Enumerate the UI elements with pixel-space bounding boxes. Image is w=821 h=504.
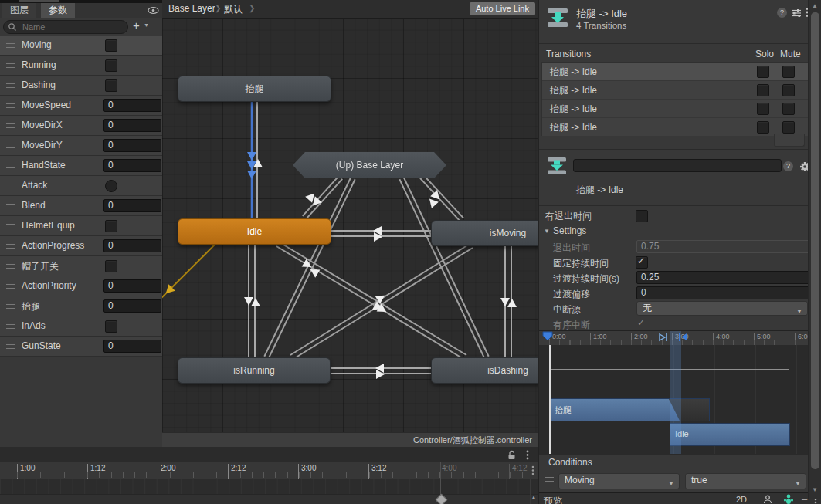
parameter-value-field[interactable]: 0 — [103, 299, 161, 313]
drag-handle-icon[interactable] — [6, 103, 15, 108]
transition-end-marker[interactable] — [678, 332, 689, 342]
parameter-row-actionprogress[interactable]: ActionProgress 0 — [0, 236, 162, 256]
drag-handle-icon[interactable] — [6, 164, 15, 168]
parameter-value-field[interactable]: 0 — [103, 340, 161, 353]
help-icon[interactable]: ? — [783, 161, 793, 171]
state-node-up-base-layer[interactable]: (Up) Base Layer — [293, 152, 446, 178]
drag-handle-icon[interactable] — [6, 43, 15, 48]
minimize-icon[interactable]: – — [802, 493, 807, 504]
timeline-menu-kebab-icon[interactable] — [526, 450, 529, 460]
parameter-checkbox[interactable] — [105, 79, 117, 92]
search-input[interactable] — [3, 20, 128, 34]
parameter-row-movespeed[interactable]: MoveSpeed 0 — [0, 96, 162, 116]
dopesheet-area[interactable]: ▲ — [0, 479, 538, 504]
state-node-ismoving[interactable]: isMoving — [431, 220, 538, 246]
parameter-value-field[interactable]: 0 — [103, 99, 161, 112]
drag-handle-icon[interactable] — [6, 304, 15, 309]
parameter-value-field[interactable]: 0 — [103, 139, 161, 152]
scroll-up-icon[interactable]: ▲ — [812, 2, 818, 9]
eye-icon[interactable] — [148, 6, 159, 15]
drag-handle-icon[interactable] — [6, 144, 15, 148]
source-state-bar[interactable]: 抬腿 — [549, 398, 710, 421]
remove-transition-button[interactable]: – — [774, 134, 805, 147]
scroll-up-icon[interactable]: ▲ — [531, 494, 537, 501]
add-parameter-dropdown-icon[interactable]: ▼ — [144, 22, 149, 28]
has-exit-time-checkbox[interactable] — [636, 210, 648, 222]
parameter-row-running[interactable]: Running — [0, 56, 162, 76]
search-field[interactable] — [21, 21, 124, 33]
transition-row[interactable]: 抬腿 -> Idle — [542, 63, 809, 81]
parameter-row-dashing[interactable]: Dashing — [0, 76, 162, 96]
parameter-checkbox[interactable] — [105, 220, 117, 232]
playhead-line[interactable] — [549, 345, 551, 454]
parameter-row-blend[interactable]: Blend 0 — [0, 196, 162, 216]
state-machine-graph[interactable]: 抬腿 (Up) Base Layer Idle isMoving isRunni… — [162, 0, 538, 447]
drag-handle-icon[interactable] — [6, 264, 15, 269]
settings-foldout-label[interactable]: Settings — [553, 225, 586, 236]
mute-checkbox[interactable] — [782, 103, 795, 115]
state-node-isrunning[interactable]: isRunning — [178, 357, 331, 384]
drag-handle-icon[interactable] — [545, 477, 554, 482]
parameter-value-field[interactable]: 0 — [103, 279, 161, 293]
parameter-value-field[interactable]: 0 — [103, 119, 161, 132]
state-node-idle[interactable]: Idle — [178, 218, 331, 245]
condition-parameter-dropdown[interactable]: Moving ▼ — [558, 473, 680, 489]
transition-row[interactable]: 抬腿 -> Idle — [542, 100, 809, 118]
parameter-row-attack[interactable]: Attack — [0, 176, 162, 196]
solo-checkbox[interactable] — [757, 66, 769, 78]
interruption-source-dropdown[interactable]: 无 ▼ — [636, 301, 808, 316]
solo-checkbox[interactable] — [757, 121, 769, 134]
lock-open-icon[interactable] — [507, 450, 517, 460]
parameter-row-movediry[interactable]: MoveDirY 0 — [0, 136, 162, 156]
parameter-row-raise-leg[interactable]: 抬腿 0 — [0, 296, 162, 316]
destination-state-bar[interactable]: Idle — [670, 423, 790, 446]
transition-duration-field[interactable]: 0.25 — [636, 271, 812, 284]
transition-selection-band[interactable] — [670, 331, 681, 454]
help-icon[interactable]: ? — [777, 8, 787, 18]
drag-handle-icon[interactable] — [6, 344, 15, 349]
parameter-trigger-radio[interactable] — [105, 180, 117, 192]
parameter-row-movedirx[interactable]: MoveDirX 0 — [0, 116, 162, 136]
breadcrumb-base-layer[interactable]: Base Layer — [168, 3, 215, 14]
transition-offset-field[interactable]: 0 — [636, 286, 812, 299]
transition-start-marker[interactable] — [658, 333, 668, 342]
parameter-checkbox[interactable] — [105, 39, 117, 52]
drag-handle-icon[interactable] — [6, 284, 15, 289]
scroll-down-icon[interactable]: ▼ — [812, 486, 818, 493]
inspector-scrollbar[interactable]: ▲ ▼ — [808, 0, 821, 499]
2d-toggle-button[interactable]: 2D — [736, 495, 747, 504]
avatar-preview-icon[interactable] — [783, 494, 794, 504]
state-node-isdashing[interactable]: isDashing — [431, 357, 538, 384]
parameter-value-field[interactable]: 0 — [103, 159, 161, 172]
tab-parameters[interactable]: 参数 — [41, 3, 75, 18]
auto-live-link-button[interactable]: Auto Live Link — [470, 2, 535, 15]
add-parameter-button[interactable]: + — [133, 19, 140, 32]
parameter-row-handstate[interactable]: HandState 0 — [0, 156, 162, 176]
tab-layers[interactable]: 图层 — [2, 3, 36, 18]
parameter-row-hat-toggle[interactable]: 帽子开关 — [0, 256, 162, 276]
drag-handle-icon[interactable] — [6, 123, 15, 128]
scrollbar-thumb[interactable] — [811, 12, 819, 469]
breadcrumb-default[interactable]: 默认 — [224, 3, 243, 16]
exit-time-field[interactable]: 0.75 — [636, 240, 812, 253]
solo-checkbox[interactable] — [757, 84, 769, 96]
mute-checkbox[interactable] — [782, 121, 795, 134]
drag-handle-icon[interactable] — [6, 63, 15, 68]
parameter-row-helmetequip[interactable]: HelmetEquip — [0, 216, 162, 236]
playhead-marker[interactable] — [542, 331, 554, 341]
transition-name-field[interactable] — [573, 159, 782, 172]
drag-handle-icon[interactable] — [6, 224, 15, 228]
drag-handle-icon[interactable] — [6, 204, 15, 208]
mute-checkbox[interactable] — [782, 66, 795, 78]
drag-handle-icon[interactable] — [6, 244, 15, 249]
parameter-value-field[interactable]: 0 — [103, 239, 161, 252]
condition-value-dropdown[interactable]: true ▼ — [685, 473, 806, 489]
avatar-pivot-icon[interactable] — [763, 495, 772, 504]
keyframe-row[interactable] — [0, 494, 538, 504]
parameter-checkbox[interactable] — [105, 320, 117, 333]
presets-icon[interactable] — [791, 8, 802, 18]
drag-handle-icon[interactable] — [6, 324, 15, 329]
foldout-arrow-icon[interactable]: ▼ — [544, 228, 550, 235]
drag-handle-icon[interactable] — [6, 184, 15, 188]
parameter-row-moving[interactable]: Moving — [0, 36, 162, 56]
